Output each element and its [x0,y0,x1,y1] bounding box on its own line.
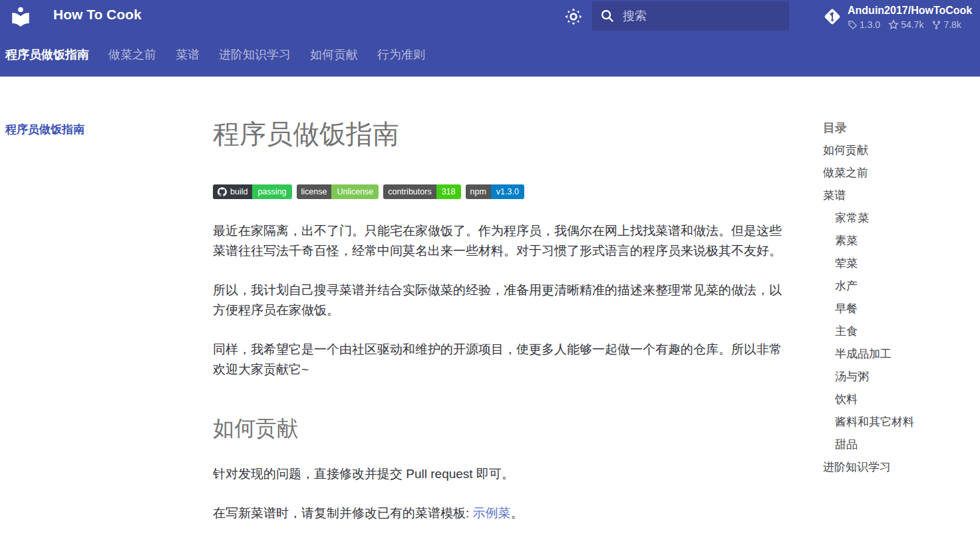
intro-paragraph-3: 同样，我希望它是一个由社区驱动和维护的开源项目，使更多人能够一起做一个有趣的仓库… [213,340,789,380]
sample-recipe-link[interactable]: 示例菜 [473,506,511,520]
badge-build[interactable]: build passing [213,184,292,199]
toc-item-vegetarian[interactable]: 素菜 [823,234,976,248]
toc-item-home-dishes[interactable]: 家常菜 [823,212,976,225]
left-sidebar: 程序员做饭指南 [5,122,205,137]
toc-item-desserts[interactable]: 甜品 [823,438,976,451]
nav-item-code-of-conduct[interactable]: 行为准则 [377,47,425,63]
section-heading-contribute: 如何贡献 [213,414,789,443]
tag-icon [848,20,858,30]
star-icon [888,19,899,30]
repo-version: 1.3.0 [848,19,880,31]
repo-stars: 54.7k [888,19,923,31]
app-header: How To Cook [0,0,980,77]
toc-item-advanced[interactable]: 进阶知识学习 [823,461,976,474]
intro-paragraph-2: 所以，我计划自己搜寻菜谱并结合实际做菜的经验，准备用更清晰精准的描述来整理常见菜… [213,280,789,320]
search-box[interactable] [592,1,789,31]
table-of-contents: 目录 如何贡献 做菜之前 菜谱 家常菜 素菜 荤菜 水产 早餐 主食 半成品加工… [823,121,976,483]
main-nav: 程序员做饭指南 做菜之前 菜谱 进阶知识学习 如何贡献 行为准则 [5,32,444,77]
toc-item-meat[interactable]: 荤菜 [823,257,976,270]
badge-license[interactable]: license Unlicense [297,184,379,199]
search-icon [600,9,615,23]
toc-item-contribute[interactable]: 如何贡献 [823,144,976,157]
nav-item-advanced[interactable]: 进阶知识学习 [219,47,291,63]
nav-item-recipes[interactable]: 菜谱 [176,47,200,63]
toc-item-breakfast[interactable]: 早餐 [823,302,976,316]
toc-title: 目录 [823,121,976,135]
toc-item-sauces[interactable]: 酱料和其它材料 [823,416,976,429]
github-icon [218,187,227,196]
toc-item-staple[interactable]: 主食 [823,325,976,338]
article: 程序员做饭指南 build passing license Unlicense … [213,120,789,543]
nav-item-contribute[interactable]: 如何贡献 [310,47,358,63]
sidebar-item-home[interactable]: 程序员做饭指南 [5,123,84,136]
contribute-paragraph-1: 针对发现的问题，直接修改并提交 Pull request 即可。 [213,464,789,484]
toc-item-drinks[interactable]: 饮料 [823,393,976,406]
toc-item-before-cooking[interactable]: 做菜之前 [823,166,976,180]
repo-stats: 1.3.0 54.7k 7.8k [848,19,972,31]
toc-item-seafood[interactable]: 水产 [823,280,976,293]
toc-item-recipes[interactable]: 菜谱 [823,189,976,202]
github-repo-widget[interactable]: Anduin2017/HowToCook 1.3.0 54.7k [822,4,972,31]
badge-row: build passing license Unlicense contribu… [213,184,789,199]
toc-item-semi-processed[interactable]: 半成品加工 [823,348,976,361]
site-logo-book-icon[interactable] [9,5,32,28]
nav-item-home[interactable]: 程序员做饭指南 [5,47,89,63]
git-repo-diamond-icon [822,7,842,27]
badge-npm-version[interactable]: npm v1.3.0 [466,184,524,199]
badge-contributors[interactable]: contributors 318 [383,184,460,199]
nav-item-before-cooking[interactable]: 做菜之前 [108,47,156,63]
site-title[interactable]: How To Cook [53,7,142,23]
fork-icon [931,20,941,30]
toc-item-soup-porridge[interactable]: 汤与粥 [823,370,976,384]
search-input[interactable] [623,9,781,23]
header-top-row: How To Cook [0,0,980,32]
repo-name[interactable]: Anduin2017/HowToCook [848,4,972,17]
contribute-paragraph-2: 在写新菜谱时，请复制并修改已有的菜谱模板: 示例菜。 [213,503,789,523]
repo-forks: 7.8k [931,19,961,31]
intro-paragraph-1: 最近在家隔离，出不了门。只能宅在家做饭了。作为程序员，我偶尔在网上找找菜谱和做法… [213,221,789,261]
brightness-theme-toggle-icon[interactable] [564,7,583,26]
page-title: 程序员做饭指南 [213,120,789,148]
